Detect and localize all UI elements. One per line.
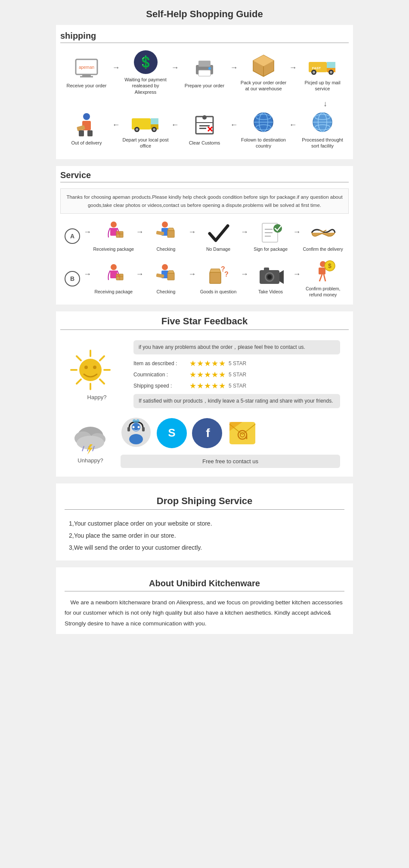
- service-item-receive-b: Receiving package: [92, 262, 135, 295]
- svg-rect-17: [327, 62, 335, 68]
- drop-shipping-list: 1,Your customer place order on your webs…: [65, 516, 344, 555]
- svg-point-100: [84, 366, 88, 369]
- payment-label: Waiting for payment realeased by Aliexpr…: [121, 77, 170, 95]
- svg-marker-58: [167, 228, 174, 231]
- rating-label-0: Item as described :: [133, 360, 189, 366]
- svg-text:apeman: apeman: [79, 65, 94, 70]
- arrow-a-3: →: [241, 228, 248, 245]
- svg-rect-22: [79, 130, 84, 136]
- arrow-2: →: [171, 63, 179, 81]
- arrow-r2-3: ←: [230, 120, 238, 138]
- svg-text:FAST: FAST: [312, 66, 321, 70]
- facebook-icon-wrap: f: [192, 418, 222, 448]
- service-description: Thanks for choosing apeman products.Plea…: [60, 188, 349, 214]
- arrow-a-2: →: [188, 228, 196, 245]
- unhappy-label: Unhappy?: [77, 457, 103, 464]
- svg-point-115: [133, 426, 135, 428]
- svg-point-27: [136, 128, 138, 131]
- customs-icon: [189, 112, 220, 138]
- rating-row-0: Item as described : ★★★★★ 5 STAR: [133, 359, 340, 368]
- service-row-a: A →: [60, 220, 349, 252]
- svg-point-112: [129, 434, 143, 444]
- arrow-b-1: →: [136, 270, 144, 287]
- svg-rect-114: [142, 427, 145, 431]
- service-item-sign: Sign for package: [249, 220, 292, 252]
- camera-label: Take Videos: [258, 289, 283, 295]
- depart-label: Depart your local post office: [121, 137, 170, 149]
- svg-line-90: [324, 274, 325, 281]
- drop-item-1: 1,Your customer place order on your webs…: [69, 517, 340, 529]
- svg-point-48: [111, 222, 117, 228]
- svg-rect-83: [264, 268, 269, 271]
- service-row-b: B → Receiving package: [60, 259, 349, 298]
- svg-rect-75: [210, 272, 221, 283]
- sun-icon: [69, 348, 112, 391]
- question-box-icon: ? ?: [204, 262, 232, 288]
- svg-line-97: [100, 356, 104, 360]
- headset-icon: [121, 417, 152, 448]
- star-text-2: 5 STAR: [229, 383, 246, 389]
- truck-icon: [130, 109, 161, 135]
- svg-marker-74: [167, 271, 174, 273]
- svg-point-101: [93, 366, 96, 369]
- shipping-title: shipping: [60, 31, 349, 41]
- globe-icon: [248, 109, 279, 135]
- delivery-man-icon: [71, 112, 102, 138]
- drop-item-3: 3,We will send the order to your custome…: [69, 542, 340, 554]
- svg-text:$: $: [328, 262, 332, 269]
- refund-icon: $: [309, 259, 337, 285]
- package-receive-icon-a: [99, 220, 127, 246]
- arrow-b-4: →: [293, 270, 301, 287]
- receive-b-label: Receiving package: [94, 289, 133, 295]
- customs-label: Clear Customs: [189, 140, 220, 146]
- feedback-happy-section: Happy? if you have any problems about th…: [60, 336, 349, 412]
- star-text-1: 5 STAR: [229, 372, 246, 378]
- svg-rect-57: [167, 231, 174, 237]
- svg-text:S: S: [168, 426, 175, 439]
- arrow-r2-4: ←: [289, 120, 297, 138]
- shipping-row-2: Out of delivery ← Depart your loc: [60, 109, 349, 149]
- svg-point-116: [138, 426, 140, 428]
- checking-icon-b: [152, 262, 180, 288]
- camera-icon: [257, 262, 285, 288]
- feedback-title: Five Star Feedback: [60, 316, 349, 327]
- printer-icon: [189, 55, 220, 81]
- arrow-a-4: →: [293, 228, 301, 245]
- svg-point-19: [83, 113, 90, 120]
- svg-point-82: [267, 275, 272, 279]
- checking-b-label: Checking: [157, 289, 176, 295]
- skype-icon: S: [157, 418, 187, 448]
- drop-item-2: 2,You place the same order in our store.: [69, 529, 340, 542]
- happy-label: Happy?: [87, 394, 107, 400]
- flow-item-payment: 💲 Waiting for payment realeased by Aliex…: [121, 49, 170, 95]
- skype-icon-wrap: S: [157, 418, 187, 448]
- contact-icons-row: S f: [121, 417, 340, 449]
- service-item-camera: Take Videos: [249, 262, 292, 295]
- stars-0: ★★★★★: [189, 359, 226, 368]
- svg-point-105: [77, 436, 104, 449]
- stars-2: ★★★★★: [189, 381, 226, 391]
- arrow-r2-2: ←: [171, 120, 179, 138]
- arrow-down: ↓: [60, 99, 349, 108]
- flow-item-out-delivery: Out of delivery: [62, 112, 112, 146]
- svg-text:f: f: [206, 426, 210, 440]
- receive-a-label: Receiveing package: [93, 246, 134, 252]
- service-item-refund: $ Confirm problem, refund money: [301, 259, 344, 298]
- package-receive-icon-b: [99, 262, 127, 288]
- svg-rect-73: [167, 273, 174, 280]
- email-icon: [227, 418, 257, 448]
- arrow-b-0: →: [84, 270, 91, 287]
- refund-label: Confirm problem, refund money: [301, 286, 344, 298]
- service-item-confirm-a: Confirm the delivery: [301, 220, 344, 252]
- facebook-icon: f: [192, 418, 222, 448]
- flow-item-destination: Folown to destination country: [239, 109, 288, 149]
- svg-rect-30: [151, 118, 158, 124]
- sign-label: Sign for package: [254, 246, 288, 252]
- svg-point-29: [153, 128, 155, 131]
- support-icon-wrap: [121, 417, 152, 449]
- handshake-icon: [309, 220, 337, 246]
- svg-point-14: [313, 71, 315, 74]
- confirm-a-label: Confirm the delivery: [303, 246, 343, 252]
- svg-line-89: [319, 274, 322, 281]
- receive-order-label: Receive your order: [67, 83, 107, 89]
